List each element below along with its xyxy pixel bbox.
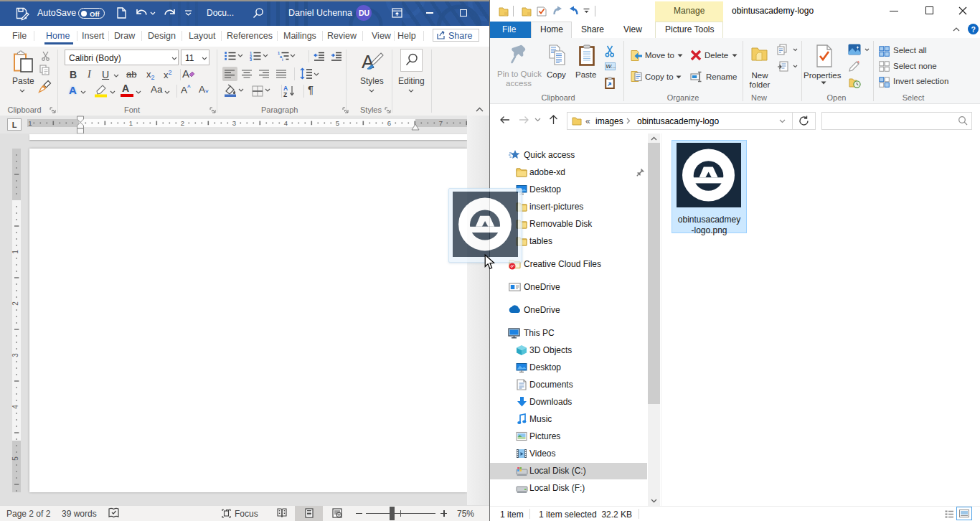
svg-text:2: 2 [181, 119, 184, 127]
svg-text:1: 1 [28, 119, 32, 127]
svg-text:7: 7 [439, 119, 443, 127]
svg-text:3: 3 [11, 353, 19, 357]
svg-text:1: 1 [129, 119, 133, 127]
svg-text:4: 4 [284, 119, 288, 127]
svg-text:4: 4 [11, 405, 19, 409]
svg-text:5: 5 [336, 119, 339, 127]
svg-text:5: 5 [11, 456, 19, 461]
svg-text:2: 2 [11, 301, 19, 306]
svg-text:3: 3 [232, 119, 236, 127]
svg-text:3: 3 [250, 57, 252, 62]
svg-text:1: 1 [11, 250, 19, 254]
svg-text:Z: Z [283, 91, 287, 98]
svg-text:A: A [182, 67, 189, 80]
svg-text:6: 6 [387, 119, 391, 127]
